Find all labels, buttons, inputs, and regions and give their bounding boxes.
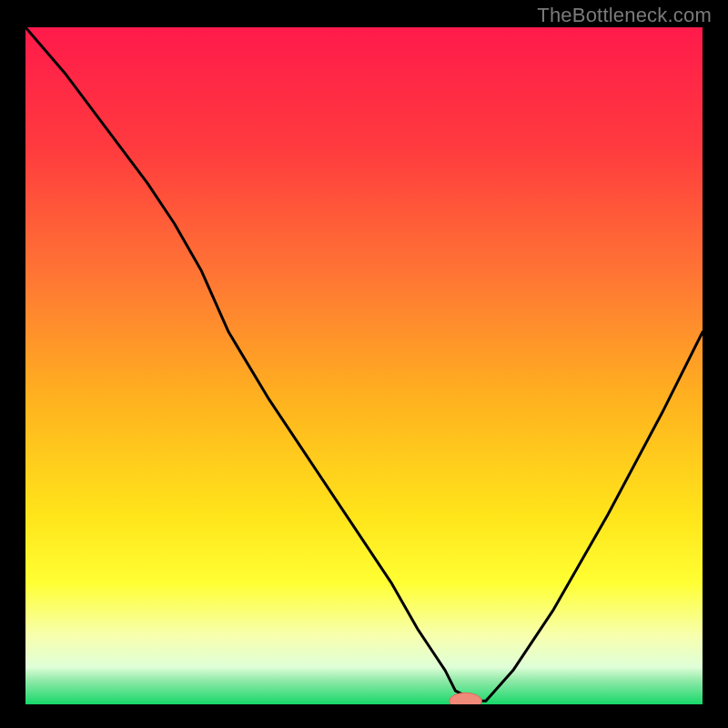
gradient-background — [25, 27, 703, 704]
plot-area — [25, 27, 703, 704]
chart-stage: TheBottleneck.com — [0, 0, 728, 728]
watermark-text: TheBottleneck.com — [537, 4, 712, 27]
plot-svg — [25, 27, 703, 704]
